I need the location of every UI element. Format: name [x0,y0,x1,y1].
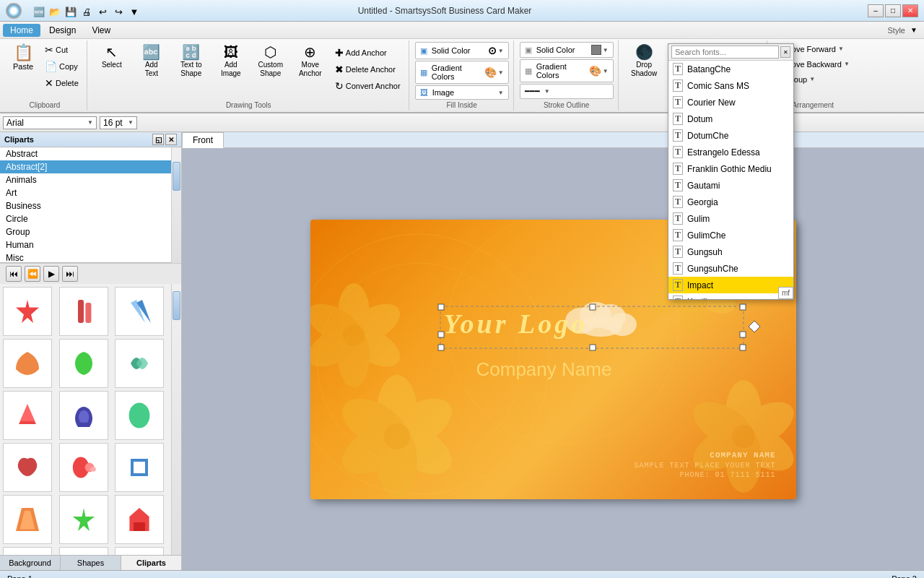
clipart-item[interactable] [3,495,52,544]
category-item[interactable]: Art [0,186,171,199]
clipart-item[interactable] [115,443,164,492]
clipart-item[interactable] [59,443,108,492]
redo-button[interactable]: ↪ [111,4,126,19]
fill-image[interactable]: 🖼 Image ▼ [415,85,509,100]
clipart-item[interactable] [3,443,52,492]
custom-shape-button[interactable]: ⬡ Custom Shape [252,42,289,81]
font-list-item[interactable]: TKartika [668,293,793,299]
font-list-item[interactable]: TGulim [668,210,793,227]
category-item[interactable]: Human [0,238,171,251]
clipboard-content: 📋 Paste ✂Cut 📄Copy ✕Delete [7,42,82,100]
clipart-item[interactable] [3,547,52,555]
media-first-button[interactable]: ⏮ [6,266,22,282]
maximize-button[interactable]: □ [885,4,901,17]
tab-cliparts[interactable]: Cliparts [121,556,181,570]
category-item[interactable]: Abstract[2] [0,160,171,173]
category-item[interactable]: Animals [0,173,171,186]
menu-design[interactable]: Design [42,24,83,37]
media-prev-button[interactable]: ⏪ [25,266,40,282]
add-anchor-button[interactable]: ✚Add Anchor [331,45,404,61]
panel-close-button[interactable]: ✕ [165,134,177,145]
font-type-icon: T [673,196,683,208]
font-list-item[interactable]: TBatangChe [668,61,793,77]
copy-button[interactable]: 📄Copy [41,59,82,74]
move-anchor-button[interactable]: ⊕ Move Anchor [292,42,329,81]
style-dropdown[interactable]: ▼ [907,23,921,38]
clipart-item[interactable] [3,287,52,336]
text-to-shape-button[interactable]: 🔡 Text to Shape [173,42,210,81]
font-list-item[interactable]: TImpact [668,277,793,293]
delete-anchor-button[interactable]: ✖Delete Anchor [331,61,404,77]
font-list-item[interactable]: TCourier New [668,94,793,111]
print-button[interactable]: 🖨 [79,4,94,19]
font-list-item[interactable]: TGulimChe [668,227,793,243]
font-list-item[interactable]: TGungsuhChe [668,260,793,277]
tab-shapes[interactable]: Shapes [61,556,121,570]
font-search-input[interactable] [671,46,779,59]
font-name-dropdown[interactable]: Arial ▼ [3,116,97,129]
close-button[interactable]: ✕ [902,4,918,17]
font-list-item[interactable]: TEstrangelo Edessa [668,144,793,160]
fill-solid-color[interactable]: ▣ Solid Color ⊙ ▼ [415,42,509,59]
save-button[interactable]: 💾 [64,4,78,19]
clipart-item[interactable] [3,339,52,388]
fill-gradient-colors[interactable]: ▦ Gradient Colors 🎨 ▼ [415,61,509,84]
open-button[interactable]: 📂 [48,4,62,19]
clipart-item[interactable] [115,339,164,388]
stroke-solid-color[interactable]: ▣ Solid Color ▼ [520,42,614,58]
canvas-tab-front[interactable]: Front [182,132,224,148]
clipart-item[interactable] [3,391,52,440]
clipart-item[interactable] [115,287,164,336]
new-button[interactable]: 🆕 [32,4,46,19]
font-list-item[interactable]: TDotumChe [668,127,793,144]
panel-undock-button[interactable]: ◱ [152,134,164,145]
font-list-item[interactable]: TDotum [668,111,793,127]
menu-home[interactable]: Home [3,24,40,37]
clipart-item[interactable] [115,547,164,555]
category-item[interactable]: Misc [0,251,171,263]
font-list-item[interactable]: TFranklin Gothic Mediu [668,160,793,177]
clipart-item[interactable] [115,495,164,544]
contact-phone: PHONE: 01 7111 5111 [634,471,775,479]
font-list-item[interactable]: TGautami [668,177,793,194]
add-text-button[interactable]: 🔤 Add Text [133,42,170,81]
stroke-gradient-colors[interactable]: ▦ Gradient Colors 🎨 ▼ [520,59,614,82]
clipart-scroll-thumb[interactable] [173,291,180,320]
category-item[interactable]: Abstract [0,147,171,160]
stroke-line-style[interactable]: ━━━ ▼ [520,84,614,99]
arrangement-label: Arrangement [792,100,834,109]
paste-button[interactable]: 📋 Paste [7,42,39,74]
clipart-scrollbar[interactable] [171,284,181,555]
font-list-item[interactable]: TComic Sans MS [668,77,793,94]
category-item[interactable]: Circle [0,212,171,225]
font-list-item[interactable]: TGungsuh [668,243,793,260]
category-scroll-thumb[interactable] [173,162,180,191]
qat-dropdown[interactable]: ▼ [127,4,141,19]
canvas-tabs: Front [182,132,924,148]
drawing-tools-label: Drawing Tools [226,100,271,109]
convert-anchor-button[interactable]: ↻Convert Anchor [331,78,404,94]
clipart-item[interactable] [59,287,108,336]
undo-button[interactable]: ↩ [95,4,110,19]
category-item[interactable]: Business [0,199,171,212]
cut-button[interactable]: ✂Cut [41,42,82,58]
select-button[interactable]: ↖ Select [93,42,131,72]
clipart-item[interactable] [115,391,164,440]
font-search-clear[interactable]: ✕ [780,46,790,58]
font-size-dropdown[interactable]: 16 pt ▼ [100,116,137,129]
clipart-item[interactable] [59,495,108,544]
drop-shadow-button[interactable]: 🌑 Drop Shadow [624,42,664,81]
category-item[interactable]: Group [0,225,171,238]
category-scrollbar[interactable] [171,147,181,263]
media-next-button[interactable]: ⏭ [62,266,78,282]
add-image-button[interactable]: 🖼 Add Image [212,42,250,81]
menu-view[interactable]: View [84,24,118,37]
minimize-button[interactable]: – [868,4,884,17]
font-list-item[interactable]: TGeorgia [668,194,793,210]
tab-background[interactable]: Background [0,556,61,570]
media-play-button[interactable]: ▶ [43,266,59,282]
clipart-item[interactable] [59,339,108,388]
clipart-item[interactable] [59,391,108,440]
delete-button[interactable]: ✕Delete [41,75,82,91]
clipart-item[interactable] [59,547,108,555]
